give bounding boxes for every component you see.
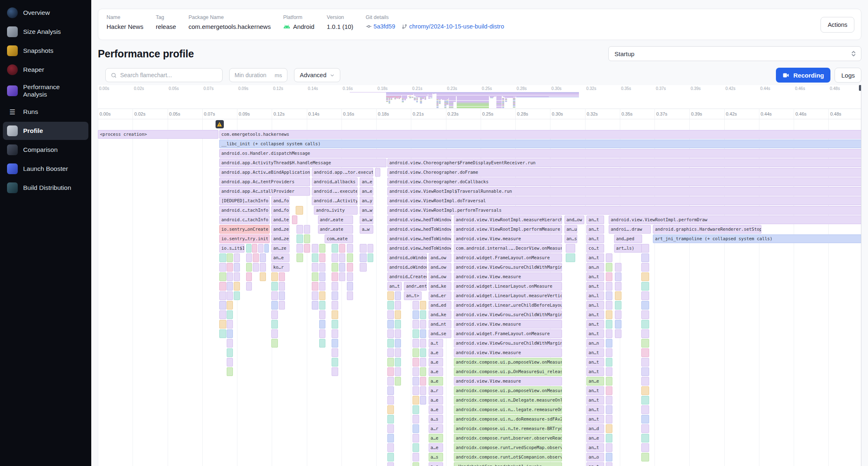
flame-frame[interactable] — [420, 310, 426, 319]
flame-frame[interactable] — [246, 244, 251, 253]
flame-frame[interactable]: androidx.compose.runt…ot$Companion.obser… — [454, 453, 562, 461]
flame-frame[interactable] — [271, 310, 278, 319]
sidebar-item-profile[interactable]: Profile — [3, 122, 88, 140]
flame-frame[interactable]: andro…ivity — [314, 206, 357, 215]
flame-frame[interactable]: android.view.View.measure — [454, 272, 562, 281]
flame-frame[interactable] — [413, 415, 420, 423]
flame-frame[interactable]: an…s) — [564, 234, 577, 243]
flame-frame[interactable]: androidx.compose.ui.p…OnMeasure$ui_relea… — [454, 367, 562, 376]
flame-frame[interactable] — [615, 282, 622, 291]
flame-frame[interactable] — [219, 310, 226, 319]
flame-frame[interactable]: andr…ent — [404, 282, 427, 291]
flame-frame[interactable] — [227, 291, 233, 300]
flame-frame[interactable]: and…ow — [429, 253, 451, 262]
flame-frame[interactable] — [606, 377, 613, 386]
branch-link[interactable]: chromy/2024-10-15-use-build-distro — [402, 23, 504, 30]
flame-frame[interactable]: androi….draw — [609, 225, 651, 234]
flame-frame[interactable] — [395, 358, 401, 367]
sidebar-item-runs[interactable]: Runs — [3, 103, 88, 121]
flame-frame[interactable] — [234, 263, 240, 272]
flame-frame[interactable]: and…te — [271, 215, 289, 224]
flame-frame[interactable]: art…ls) — [614, 244, 642, 253]
flame-frame[interactable] — [413, 453, 420, 461]
warning-badge[interactable] — [216, 120, 224, 128]
flame-frame[interactable]: androidx.compose.runt…rvedScopeMap.obser… — [454, 443, 562, 452]
flame-frame[interactable]: com.emergetools.hackernews — [219, 130, 861, 139]
flame-frame[interactable]: and…ow — [429, 263, 451, 272]
flame-frame[interactable] — [615, 263, 622, 272]
flame-frame[interactable] — [641, 291, 649, 300]
flame-frame[interactable] — [387, 415, 394, 423]
flame-frame[interactable] — [615, 291, 622, 300]
flame-frame[interactable] — [227, 358, 233, 367]
flame-frame[interactable] — [219, 263, 226, 272]
flame-frame[interactable]: an…n — [586, 339, 604, 348]
flame-frame[interactable] — [332, 244, 339, 253]
flame-frame[interactable]: __libc_init (+ collapsed system calls) — [219, 140, 861, 148]
flame-frame[interactable]: an…t — [586, 272, 604, 281]
flame-frame[interactable] — [319, 291, 325, 300]
flame-frame[interactable] — [312, 282, 319, 291]
flame-frame[interactable] — [641, 263, 649, 272]
flame-frame[interactable] — [304, 225, 310, 234]
flame-frame[interactable] — [641, 329, 649, 338]
flame-frame[interactable] — [413, 443, 420, 452]
flame-frame[interactable] — [387, 358, 394, 367]
flame-frame[interactable]: android…oWindow — [387, 253, 427, 262]
flame-frame[interactable] — [641, 386, 649, 395]
flame-frame[interactable]: an…t — [586, 215, 604, 224]
flame-frame[interactable]: android.view.ViewRootImpl.performTravers… — [387, 206, 861, 215]
flame-frame[interactable]: an…t> — [404, 291, 422, 300]
flame-frame[interactable]: an…t — [586, 234, 604, 243]
flame-frame[interactable] — [312, 291, 319, 300]
flame-frame[interactable] — [387, 424, 394, 433]
flame-frame[interactable]: an…t — [586, 443, 604, 452]
flame-frame[interactable] — [615, 329, 622, 338]
flame-frame[interactable]: an…t — [586, 320, 604, 329]
flame-frame[interactable] — [413, 320, 420, 329]
flame-frame[interactable]: and…fo — [271, 196, 289, 205]
flame-frame[interactable]: android.….execute — [312, 187, 358, 196]
flame-frame[interactable] — [339, 272, 345, 281]
flame-frame[interactable]: an…e — [271, 253, 289, 262]
flame-frame[interactable]: an…w — [360, 215, 373, 224]
flame-frame[interactable] — [312, 263, 319, 272]
flame-frame[interactable] — [615, 310, 622, 319]
flame-frame[interactable]: io.sentry…onCreate — [219, 225, 270, 234]
flame-frame[interactable] — [606, 329, 613, 338]
flame-frame[interactable]: a…e — [429, 367, 443, 376]
flame-frame[interactable] — [413, 462, 420, 466]
flame-frame[interactable]: android.app.Activ…eBindApplication — [219, 168, 310, 177]
flame-frame[interactable]: android.widget.Linear…ureChildBeforeLayo… — [454, 301, 562, 310]
flame-frame[interactable] — [253, 263, 259, 272]
flame-frame[interactable]: and…fo — [271, 206, 289, 215]
flame-frame[interactable] — [253, 253, 259, 262]
flame-frame[interactable] — [296, 253, 304, 262]
flame-frame[interactable] — [368, 244, 374, 253]
flame-frame[interactable] — [606, 405, 613, 414]
flame-frame[interactable]: android…oWindow — [387, 263, 427, 272]
flame-frame[interactable] — [332, 282, 339, 291]
flame-frame[interactable] — [606, 386, 613, 395]
flame-frame[interactable] — [332, 310, 339, 319]
flame-frame[interactable] — [227, 367, 233, 376]
flame-frame[interactable]: a…w — [360, 225, 373, 234]
flame-frame[interactable] — [387, 453, 394, 461]
flame-frame[interactable] — [420, 386, 426, 395]
flame-frame[interactable] — [420, 348, 426, 357]
flame-frame[interactable]: an…ut — [564, 225, 577, 234]
flame-frame[interactable] — [227, 301, 233, 310]
flame-frame[interactable] — [641, 244, 649, 253]
flame-frame[interactable]: an…t — [586, 367, 604, 376]
flame-frame[interactable] — [566, 253, 575, 262]
flame-frame[interactable] — [296, 225, 304, 234]
flame-frame[interactable] — [420, 367, 426, 376]
flame-frame[interactable]: androidx.compose.ui.n…Delegate.measureOn… — [454, 396, 562, 404]
flame-frame[interactable] — [264, 244, 269, 253]
flame-frame[interactable] — [606, 320, 613, 329]
flame-frame[interactable]: an…t — [586, 405, 604, 414]
flame-frame[interactable]: and…se — [429, 329, 451, 338]
flame-frame[interactable] — [252, 244, 257, 253]
flame-frame[interactable]: androidx.compose.ui.n….doRemeasure-sdFAv… — [454, 415, 562, 423]
flame-frame[interactable]: a…e — [429, 462, 443, 466]
